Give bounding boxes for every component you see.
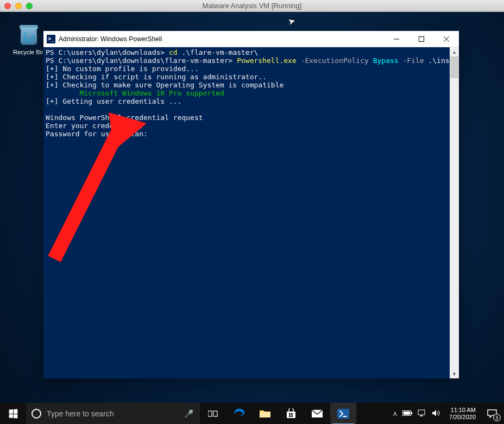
svg-rect-11 (291, 413, 293, 415)
folder-icon (259, 409, 271, 419)
svg-rect-19 (418, 410, 425, 415)
action-center-button[interactable]: 1 (480, 403, 504, 424)
cortana-icon (32, 409, 41, 419)
scroll-down-icon[interactable]: ▼ (450, 369, 459, 378)
host-titlebar: Malware Analysis VM [Running] (0, 0, 504, 12)
mail-icon (311, 409, 323, 418)
svg-rect-12 (289, 415, 291, 417)
maximize-button[interactable] (409, 31, 434, 47)
notification-badge: 1 (493, 414, 501, 421)
clock-time: 11:10 AM (449, 407, 476, 414)
network-icon[interactable] (418, 409, 426, 419)
recycle-bin-label: Recycle Bin (10, 49, 48, 55)
svg-rect-8 (260, 412, 270, 417)
powershell-icon: >_ (47, 35, 55, 43)
volume-icon[interactable] (432, 409, 440, 419)
search-box[interactable]: Type here to search 🎤 (26, 403, 200, 424)
system-tray[interactable]: ᐱ (389, 409, 445, 419)
recycle-bin[interactable]: Recycle Bin (10, 22, 48, 55)
svg-rect-7 (213, 411, 217, 416)
svg-rect-10 (289, 413, 291, 415)
mail-button[interactable] (304, 403, 330, 424)
powershell-taskbar-icon (337, 409, 349, 419)
search-placeholder: Type here to search (47, 409, 114, 418)
file-explorer-button[interactable] (252, 403, 278, 424)
windows-desktop[interactable]: ➤ Recycle Bin >_ Administrator: Windows … (0, 12, 504, 403)
svg-rect-6 (208, 411, 212, 416)
scroll-thumb[interactable] (450, 56, 458, 78)
mic-icon[interactable]: 🎤 (184, 409, 193, 418)
cursor-icon: ➤ (287, 16, 296, 28)
taskbar-clock[interactable]: 11:10 AM 7/20/2020 (445, 407, 480, 421)
battery-icon[interactable] (402, 410, 412, 417)
powershell-titlebar[interactable]: >_ Administrator: Windows PowerShell (43, 31, 459, 47)
store-button[interactable] (278, 403, 304, 424)
svg-rect-18 (411, 412, 412, 414)
windows-taskbar: Type here to search 🎤 ᐱ (0, 403, 504, 424)
svg-rect-13 (291, 415, 293, 417)
edge-button[interactable] (226, 403, 252, 424)
close-button[interactable] (434, 31, 459, 47)
svg-rect-1 (419, 36, 424, 41)
svg-rect-17 (404, 412, 410, 415)
clock-date: 7/20/2020 (449, 414, 476, 421)
minimize-button[interactable] (384, 31, 409, 47)
recycle-bin-icon (16, 22, 41, 47)
scroll-up-icon[interactable]: ▲ (450, 47, 459, 56)
tray-overflow-icon[interactable]: ᐱ (393, 411, 397, 417)
mac-zoom-button[interactable] (26, 3, 33, 9)
store-icon (286, 408, 297, 419)
powershell-terminal[interactable]: PS C:\users\dylan\downloads> cd .\flare-… (43, 47, 450, 378)
mac-minimize-button[interactable] (15, 3, 22, 9)
host-window-title: Malware Analysis VM [Running] (203, 2, 302, 10)
task-view-button[interactable] (200, 403, 226, 424)
powershell-taskbar-button[interactable] (330, 403, 356, 424)
svg-rect-20 (420, 415, 423, 416)
mac-close-button[interactable] (4, 3, 11, 9)
powershell-window[interactable]: >_ Administrator: Windows PowerShell PS … (43, 31, 459, 378)
powershell-title: Administrator: Windows PowerShell (59, 35, 384, 43)
edge-icon (233, 408, 245, 420)
task-view-icon (208, 410, 218, 417)
windows-logo-icon (9, 409, 18, 419)
scrollbar[interactable]: ▲ ▼ (450, 47, 459, 378)
start-button[interactable] (0, 403, 26, 424)
